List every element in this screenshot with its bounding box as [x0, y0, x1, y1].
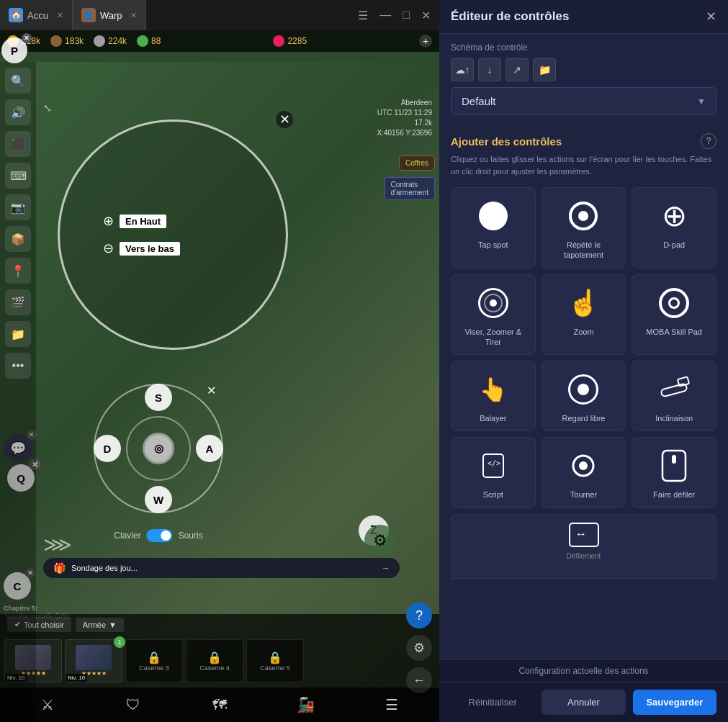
control-resize-partial[interactable]: ↔ Défilement	[451, 514, 716, 579]
lock-icon-3: 🔒	[147, 651, 161, 664]
stone-value: 224k	[108, 36, 127, 46]
save-button[interactable]: Sauvegarder	[633, 690, 716, 715]
p-key-label: P	[11, 45, 18, 57]
swipe-icon: 👆	[479, 376, 508, 403]
control-repeat-tap[interactable]: Répété le tapotement	[541, 187, 626, 269]
resource-wood: 183k	[50, 35, 84, 47]
aim-label: Viser, Zoomer & Tirer	[457, 327, 529, 348]
tab-maximize-icon[interactable]: □	[403, 9, 410, 22]
rotate-icon-wrap	[565, 448, 601, 484]
control-moba[interactable]: MOBA Skill Pad	[632, 274, 716, 356]
sidebar-video-btn[interactable]: ⬛	[5, 131, 31, 157]
back-button[interactable]: ←	[406, 667, 432, 693]
sidebar-sound-btn[interactable]: 🔊	[5, 99, 31, 125]
control-script[interactable]: </> Script	[451, 437, 536, 507]
gems-plus-button[interactable]: +	[419, 35, 432, 48]
contracts-button[interactable]: Contratsd'armement	[385, 177, 436, 200]
expand-button[interactable]: ⤡	[37, 98, 58, 118]
game-settings-icon[interactable]: ⚙	[364, 525, 396, 556]
caserne-4-label: Caserne 4	[199, 664, 230, 672]
lock-icon-5: 🔒	[268, 651, 282, 664]
wasd-s-key[interactable]: S	[145, 384, 172, 411]
chevrons-icon: ⋙	[43, 533, 72, 556]
reset-button[interactable]: Réinitialiser	[451, 690, 534, 715]
nav-menu-icon[interactable]: ☰	[377, 692, 406, 718]
schema-folder-button[interactable]: 📁	[533, 58, 556, 81]
settings-button[interactable]: ⚙	[406, 635, 432, 661]
tab-menu-icon[interactable]: ☰	[358, 9, 368, 22]
sondage-text: Sondage des jou...	[71, 564, 138, 572]
control-tap-spot[interactable]: Tap spot	[451, 187, 536, 269]
p-key-button[interactable]: ✕ P	[1, 37, 27, 63]
svg-rect-1	[678, 377, 689, 387]
units-strip: ★★★★★ Niv. 10 ★★★★★ Niv. 10 1 🔒 Caserne …	[0, 635, 439, 687]
panel-close-button[interactable]: ✕	[706, 9, 716, 24]
control-tilt[interactable]: Inclinaison	[632, 361, 716, 431]
wasd-center[interactable]: ◎	[143, 433, 174, 464]
schema-share-button[interactable]: ↗	[505, 58, 529, 81]
sidebar-more-btn[interactable]: •••	[5, 353, 31, 379]
nav-tank-icon[interactable]: 🚂	[292, 692, 320, 718]
repeat-tap-icon	[569, 202, 598, 230]
sidebar-search-btn[interactable]: 🔍	[5, 68, 31, 94]
tab-accueil-close[interactable]: ✕	[57, 11, 63, 20]
sidebar-folder-btn[interactable]: 📁	[5, 321, 31, 347]
unit-caserne-3[interactable]: 🔒 Caserne 3	[125, 639, 183, 682]
sidebar-location-btn[interactable]: 📍	[5, 258, 31, 284]
tab-closewindow-icon[interactable]: ✕	[421, 9, 431, 22]
free-look-icon-wrap	[565, 371, 601, 407]
add-controls-help-button[interactable]: ?	[701, 133, 716, 149]
unit-caserne-4[interactable]: 🔒 Caserne 4	[186, 639, 243, 682]
tap-spot-label: Tap spot	[478, 240, 508, 250]
script-icon-wrap: </>	[475, 448, 511, 484]
control-aim-zoom-shoot[interactable]: Viser, Zoomer & Tirer	[451, 274, 536, 356]
stone-icon	[94, 35, 105, 47]
nav-troops-icon[interactable]: ⚔	[33, 692, 62, 718]
sidebar-camera-btn[interactable]: 📷	[5, 194, 31, 220]
tab-warp[interactable]: 👤 Warp ✕	[73, 0, 147, 30]
tab-warp-close[interactable]: ✕	[130, 11, 137, 20]
tab-accueil[interactable]: 🏠 Accu ✕	[0, 0, 73, 30]
free-look-icon	[568, 374, 598, 405]
sidebar-keyboard-btn[interactable]: ⌨	[5, 163, 31, 189]
control-rotate[interactable]: Tourner	[541, 437, 626, 507]
repeat-tap-label: Répété le tapotement	[548, 240, 620, 261]
zoom-down-label: ⊖ Vers le bas	[103, 240, 180, 256]
unit-2[interactable]: ★★★★★ Niv. 10 1	[65, 639, 122, 682]
sidebar-record-btn[interactable]: 🎬	[5, 289, 31, 315]
unit-2-level: Niv. 10	[66, 674, 87, 682]
p-key-close[interactable]: ✕	[22, 33, 32, 43]
settings-symbol: ⚙	[373, 531, 387, 550]
control-scroll[interactable]: Faire défiler	[632, 437, 716, 507]
help-button[interactable]: ?	[406, 603, 432, 628]
wasd-close-button[interactable]: ✕	[207, 384, 216, 397]
moba-icon	[659, 288, 689, 318]
toggle-switch[interactable]	[147, 529, 173, 542]
keyboard-mouse-toggle: Clavier Souris	[114, 529, 202, 542]
wasd-w-key[interactable]: W	[145, 486, 172, 513]
tab-minimize-icon[interactable]: —	[379, 9, 391, 22]
unit-caserne-5[interactable]: 🔒 Caserne 5	[246, 639, 304, 682]
food-icon	[137, 35, 148, 47]
swipe-icon-wrap: 👆	[475, 371, 511, 407]
army-button[interactable]: Armée ▼	[76, 618, 124, 632]
resize-icon: ↔	[568, 522, 600, 548]
control-free-look[interactable]: Regard libre	[541, 361, 626, 431]
control-swipe[interactable]: 👆 Balayer	[451, 361, 536, 431]
schema-download-button[interactable]: ↓	[478, 58, 501, 81]
wasd-a-key[interactable]: A	[196, 435, 223, 462]
schema-upload-button[interactable]: ☁↑	[451, 58, 474, 81]
control-zoom[interactable]: ☝ Zoom	[541, 274, 626, 356]
zoom-close-button[interactable]: ✕	[276, 111, 293, 128]
cancel-button[interactable]: Annuler	[541, 690, 625, 715]
nav-shield-icon[interactable]: 🛡	[119, 692, 148, 718]
wasd-d-key[interactable]: D	[94, 435, 121, 462]
schema-dropdown[interactable]: Default ▼	[451, 87, 716, 115]
control-dpad[interactable]: ⊕ D-pad	[632, 187, 716, 269]
sidebar-apk-btn[interactable]: 📦	[5, 226, 31, 252]
chests-button[interactable]: Coffres	[399, 155, 435, 171]
nav-map-icon[interactable]: 🗺	[205, 692, 234, 718]
zoom-control[interactable]: ✕ ⊕ En Haut ⊖ Vers le bas	[58, 119, 288, 350]
sondage-bar[interactable]: 🎁 Sondage des jou... →	[43, 558, 400, 578]
dpad-icon-wrap: ⊕	[656, 198, 692, 234]
